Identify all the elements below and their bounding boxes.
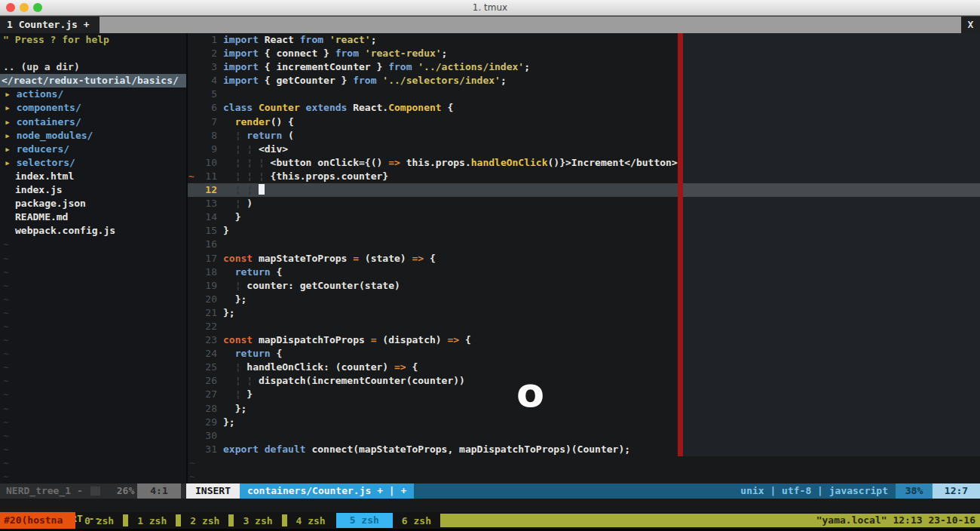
tmux-window-3[interactable]: 3 zsh — [243, 515, 272, 526]
code-line-10[interactable]: 10 ¦ ¦ ¦ <button onClick={() => this.pro… — [188, 156, 980, 170]
current-file-path: containers/Counter.js + | + — [240, 483, 414, 499]
tmux-window-1[interactable]: 1 zsh — [137, 515, 167, 526]
tmux-window-2[interactable]: 2 zsh — [190, 515, 219, 526]
nerdtree-file-READMEmd[interactable]: README.md — [0, 210, 186, 224]
line-number: 1 — [188, 33, 217, 47]
tmux-window-6[interactable]: 6 zsh — [402, 515, 431, 526]
code-line-13[interactable]: 13 ¦ ) — [188, 197, 980, 210]
code-text — [217, 238, 223, 251]
close-window-button[interactable] — [6, 3, 15, 12]
code-line-22[interactable]: 22 — [188, 320, 980, 333]
indent-guide: ¦ — [247, 375, 253, 386]
nerdtree-root-path[interactable]: </react/redux-tutorial/basics/ — [0, 74, 186, 87]
code-line-6[interactable]: 6class Counter extends React.Component { — [188, 101, 980, 115]
cursor-position: 12:7 — [933, 483, 980, 499]
code-token: import — [223, 75, 259, 86]
code-line-25[interactable]: 25 ¦ handleOnClick: (counter) => { — [188, 361, 980, 374]
statusline: NERD_tree_1 - 26% 4:1 INSERT containers/… — [0, 483, 980, 499]
empty-line-tilde: ~ — [0, 252, 186, 266]
nerdtree-up-dir[interactable]: .. (up a dir) — [0, 60, 186, 74]
nerdtree-file-webpackconfigjs[interactable]: webpack.config.js — [0, 224, 186, 238]
code-line-1[interactable]: 1import React from 'react'; — [188, 33, 980, 47]
code-line-15[interactable]: 15} — [188, 224, 980, 238]
code-token: = — [353, 253, 359, 264]
zoom-window-button[interactable] — [33, 3, 42, 12]
tab-counter-js[interactable]: 1 Counter.js + — [0, 17, 100, 33]
code-token — [223, 280, 235, 291]
code-token: import — [223, 61, 259, 72]
code-line-19[interactable]: 19 ¦ counter: getCounter(state) — [188, 279, 980, 293]
statusline-glyph-block — [90, 486, 100, 496]
code-line-17[interactable]: 17const mapStateToProps = (state) => { — [188, 252, 980, 266]
code-line-29[interactable]: 29}; — [188, 416, 980, 429]
code-line-12[interactable]: 12 ¦ ¦ — [188, 183, 980, 197]
code-line-7[interactable]: 7 render() { — [188, 115, 980, 129]
tmux-window-current[interactable]: 5 zsh — [336, 513, 393, 528]
code-token — [223, 348, 235, 359]
code-line-21[interactable]: 21}; — [188, 306, 980, 320]
code-line-14[interactable]: 14 } — [188, 210, 980, 224]
nerdtree-dir-reducers[interactable]: ▸ reducers/ — [0, 143, 186, 156]
collapsed-arrow-icon: ▸ — [5, 102, 17, 113]
line-number: 21 — [188, 306, 217, 320]
nerdtree-dir-node_modules[interactable]: ▸ node_modules/ — [0, 129, 186, 143]
code-line-9[interactable]: 9 ¦ ¦ <div> — [188, 143, 980, 156]
modified-line-sign: ~ — [188, 170, 194, 183]
code-token — [223, 198, 235, 209]
tmux-status-bar: #20(hostna 0 zsh1 zsh2 zsh3 zsh4 zsh 5 z… — [0, 512, 980, 529]
code-line-4[interactable]: 4import { getCounter } from '../selector… — [188, 74, 980, 87]
code-token: ( — [282, 130, 294, 141]
line-number: 8 — [188, 129, 217, 143]
tmux-window-list: 0 zsh1 zsh2 zsh3 zsh4 zsh — [75, 514, 326, 526]
tmux-window-separator — [282, 514, 287, 526]
code-token: {this.props.counter} — [265, 170, 388, 182]
code-token: from — [300, 34, 323, 45]
tmux-window-0[interactable]: 0 zsh — [84, 515, 114, 526]
code-line-3[interactable]: 3import { incrementCounter } from '../ac… — [188, 60, 980, 74]
code-token — [253, 157, 259, 168]
nerdtree-file-indexjs[interactable]: index.js — [0, 183, 186, 197]
code-line-26[interactable]: 26 ¦ ¦ dispatch(incrementCounter(counter… — [188, 374, 980, 388]
code-text: } — [217, 224, 229, 238]
minimize-window-button[interactable] — [20, 3, 29, 12]
code-token — [223, 375, 235, 386]
code-line-8[interactable]: 8 ¦ return ( — [188, 129, 980, 143]
code-token: 'react' — [329, 34, 371, 45]
code-token — [359, 48, 365, 59]
code-line-24[interactable]: 24 return { — [188, 347, 980, 361]
code-line-11[interactable]: 11 ¦ ¦ ¦ {this.props.counter} — [188, 170, 980, 183]
code-token: { — [271, 266, 283, 278]
nerdtree-dir-components[interactable]: ▸ components/ — [0, 101, 186, 115]
tab-close-button[interactable]: X — [961, 17, 980, 33]
code-token: (dispatch) — [377, 334, 448, 345]
empty-buffer-row: ~ — [188, 456, 980, 470]
tmux-window-4[interactable]: 4 zsh — [296, 515, 326, 526]
nerdtree-dir-selectors[interactable]: ▸ selectors/ — [0, 156, 186, 170]
nerdtree-dir-actions[interactable]: ▸ actions/ — [0, 87, 186, 101]
nerdtree-dir-containers[interactable]: ▸ containers/ — [0, 115, 186, 129]
code-token: () { — [271, 116, 294, 127]
code-token: } — [223, 225, 229, 236]
code-line-2[interactable]: 2import { connect } from 'react-redux'; — [188, 47, 980, 60]
code-token: = — [371, 334, 377, 345]
code-token: ; — [524, 61, 530, 72]
code-line-20[interactable]: 20 }; — [188, 293, 980, 306]
code-token: import — [223, 34, 259, 45]
code-token: => — [388, 157, 400, 168]
code-token: mapDispatchToProps — [253, 334, 371, 345]
line-number: 26 — [188, 374, 217, 388]
code-text — [217, 320, 223, 333]
code-line-16[interactable]: 16 — [188, 238, 980, 251]
code-line-31[interactable]: 31export default connect(mapStateToProps… — [188, 443, 980, 456]
code-line-30[interactable]: 30 — [188, 429, 980, 443]
nerdtree-file-indexhtml[interactable]: index.html — [0, 170, 186, 183]
code-line-18[interactable]: 18 return { — [188, 266, 980, 279]
line-number: 18 — [188, 266, 217, 279]
code-line-28[interactable]: 28 }; — [188, 402, 980, 416]
code-line-5[interactable]: 5 — [188, 87, 980, 101]
code-line-23[interactable]: 23const mapDispatchToProps = (dispatch) … — [188, 333, 980, 347]
nerdtree-file-packagejson[interactable]: package.json — [0, 197, 186, 210]
code-token: handleOnClick — [471, 157, 548, 168]
code-token: default — [265, 444, 306, 455]
code-line-27[interactable]: 27 ¦ } — [188, 388, 980, 401]
